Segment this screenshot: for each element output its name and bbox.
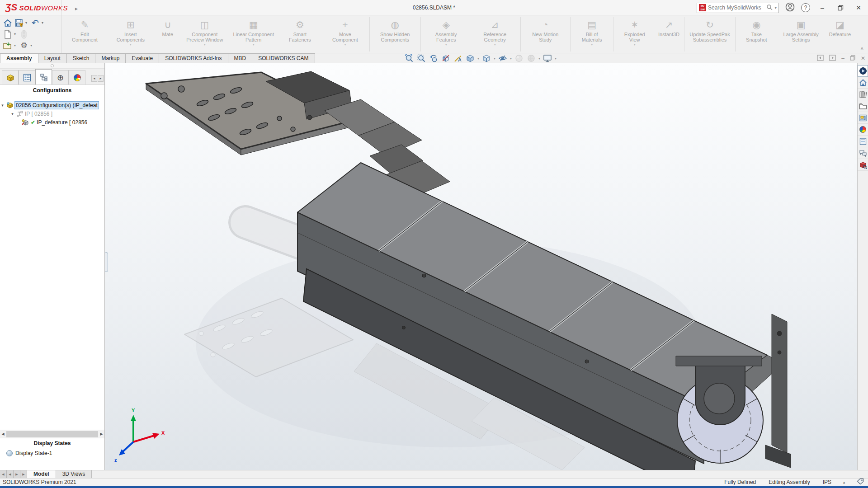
save-dropdown-icon[interactable]: ▾ — [25, 21, 29, 25]
tab-featuremanager-tree[interactable] — [2, 70, 19, 84]
new-document-icon[interactable] — [3, 29, 13, 39]
tab-layout[interactable]: Layout — [38, 53, 67, 63]
user-account-icon[interactable] — [785, 2, 795, 13]
search-input[interactable] — [708, 5, 764, 11]
dropdown-icon[interactable]: ▾ — [494, 56, 495, 61]
dropdown-icon[interactable]: ▾ — [253, 42, 255, 47]
edit-component-button[interactable]: ✎Edit Component — [63, 16, 106, 52]
expander-icon[interactable]: ▾ — [10, 112, 15, 116]
tab-solidworks-resources[interactable] — [858, 77, 868, 89]
assembly-3d-model[interactable]: Y X z — [105, 63, 857, 470]
tab-dimxpert-manager[interactable]: ⊕ — [52, 70, 69, 84]
minimize-button[interactable]: – — [816, 2, 828, 13]
tree-row-configuration[interactable]: ▾ 02856 Configuration(s) (IP_defeat — [0, 101, 104, 109]
tab-sketch[interactable]: Sketch — [67, 53, 96, 63]
close-button[interactable]: ✕ — [853, 2, 864, 13]
doc-restore-icon[interactable] — [850, 55, 855, 62]
panel-tabs-scroll-right[interactable]: ▸ — [98, 75, 104, 82]
tab-appearances[interactable] — [69, 70, 85, 84]
tab-evaluate[interactable]: Evaluate — [126, 53, 159, 63]
dropdown-icon[interactable]: ▾ — [130, 42, 132, 47]
dropdown-icon[interactable]: ▾ — [445, 42, 447, 47]
undo-icon[interactable]: ↶ — [30, 18, 40, 28]
collapse-pane-right-icon[interactable] — [829, 55, 836, 62]
tab-appearances-scenes[interactable] — [858, 124, 868, 136]
display-style-icon[interactable] — [481, 54, 491, 63]
tab-mbd[interactable]: MBD — [228, 53, 253, 63]
dropdown-icon[interactable]: ▾ — [634, 42, 636, 47]
panel-collapse-grip[interactable] — [105, 252, 108, 272]
search-scope-dropdown-icon[interactable]: ▾ — [774, 5, 777, 10]
expander-icon[interactable]: ▾ — [0, 103, 5, 108]
open-dropdown-icon[interactable]: ▾ — [14, 43, 18, 47]
instant3d-button[interactable]: ↗Instant3D — [655, 16, 683, 52]
tab-configuration-manager[interactable] — [35, 69, 52, 84]
unit-system[interactable]: IPS — [823, 479, 831, 485]
dropdown-icon[interactable]: ▾ — [555, 56, 557, 61]
doc-close-icon[interactable]: ✕ — [861, 55, 865, 61]
graphics-viewport[interactable]: Y X z — [105, 63, 857, 470]
dropdown-icon[interactable]: ▾ — [510, 56, 512, 61]
dropdown-icon[interactable]: ▾ — [344, 42, 346, 47]
tab-solidworks-inspection[interactable] — [858, 159, 868, 171]
linear-component-pattern-button[interactable]: ▦Linear Component Pattern▾ — [229, 16, 278, 52]
panel-horizontal-scrollbar[interactable]: ◀ ▶ — [0, 430, 104, 438]
menu-expand-icon[interactable]: ▸ — [75, 5, 78, 12]
tab-solidworks-add-ins[interactable]: SOLIDWORKS Add-Ins — [159, 53, 228, 63]
large-assembly-settings-button[interactable]: ▣Large Assembly Settings — [777, 16, 826, 52]
new-motion-study-button[interactable]: ◔New Motion Study — [522, 16, 569, 52]
scroll-left-icon[interactable]: ◀ — [0, 431, 6, 438]
rebuild-icon[interactable] — [19, 29, 29, 39]
apply-scene-icon[interactable] — [526, 54, 536, 63]
section-view-icon[interactable] — [441, 54, 451, 63]
view-orientation-icon[interactable] — [465, 54, 475, 63]
tab-3d-views[interactable]: 3D Views — [56, 470, 92, 478]
open-file-icon[interactable] — [3, 41, 13, 51]
dropdown-icon[interactable]: ▾ — [538, 56, 540, 61]
tab-solidworks-cam[interactable]: SOLIDWORKS CAM — [252, 53, 315, 63]
scrollbar-thumb[interactable] — [6, 431, 98, 437]
restore-button[interactable] — [835, 2, 846, 13]
defeature-button[interactable]: ◪Defeature — [826, 16, 854, 52]
search-icon[interactable] — [766, 4, 773, 12]
dropdown-icon[interactable]: ▾ — [204, 42, 206, 47]
scroll-right-icon[interactable]: ▶ — [99, 431, 104, 438]
update-speedpak-button[interactable]: ↻Update SpeedPak Subassemblies — [685, 16, 734, 52]
collapse-pane-left-icon[interactable] — [817, 55, 824, 62]
zoom-to-fit-icon[interactable] — [404, 54, 414, 63]
tab-view-palette[interactable] — [858, 112, 868, 124]
hide-show-annotations-icon[interactable] — [453, 54, 463, 63]
tree-row-ip-defeature[interactable]: ✔ IP_defeature [ 02856 — [0, 118, 104, 127]
ribbon-collapse-icon[interactable]: ˄ — [861, 46, 863, 51]
panel-splitter-handle[interactable] — [0, 63, 104, 69]
hide-show-items-icon[interactable] — [498, 54, 508, 63]
tab-3dexperience-resources[interactable] — [858, 65, 868, 77]
display-state-item[interactable]: Display State-1 — [15, 450, 52, 456]
zoom-to-area-icon[interactable] — [416, 54, 426, 63]
tab-solidworks-forum[interactable] — [858, 147, 868, 159]
view-settings-icon[interactable] — [542, 54, 552, 63]
solidworks-logo[interactable]: ƷS SOLID WORKS ▸ — [0, 2, 78, 13]
save-icon[interactable]: ! — [14, 18, 24, 28]
reference-geometry-button[interactable]: ⊿Reference Geometry▾ — [471, 16, 519, 52]
tab-model[interactable]: Model — [27, 470, 56, 478]
move-component-button[interactable]: +Move Component▾ — [322, 16, 368, 52]
home-icon[interactable] — [3, 18, 13, 28]
options-gear-icon[interactable]: ⚙ — [19, 41, 29, 51]
show-hidden-components-button[interactable]: ◍Show Hidden Components — [371, 16, 420, 52]
options-dropdown-icon[interactable]: ▾ — [30, 43, 34, 47]
dropdown-icon[interactable]: ▾ — [494, 42, 496, 47]
new-dropdown-icon[interactable]: ▾ — [14, 32, 18, 36]
tab-property-manager[interactable] — [19, 70, 35, 84]
undo-dropdown-icon[interactable]: ▾ — [42, 21, 45, 25]
tab-file-explorer[interactable] — [858, 100, 868, 112]
insert-components-button[interactable]: ⊞Insert Components▾ — [106, 16, 155, 52]
assembly-features-button[interactable]: ◈Assembly Features▾ — [422, 16, 471, 52]
last-tab-button[interactable]: ▶ — [20, 470, 27, 478]
doc-minimize-icon[interactable]: – — [841, 55, 844, 61]
dropdown-icon[interactable]: ▾ — [477, 56, 479, 61]
tree-row-ip[interactable]: ▾ IP [ 02856 ] — [0, 109, 104, 118]
first-tab-button[interactable]: ◀ — [0, 470, 7, 478]
panel-tabs-scroll-left[interactable]: ◂ — [91, 75, 97, 82]
help-icon[interactable]: ? — [801, 3, 810, 12]
